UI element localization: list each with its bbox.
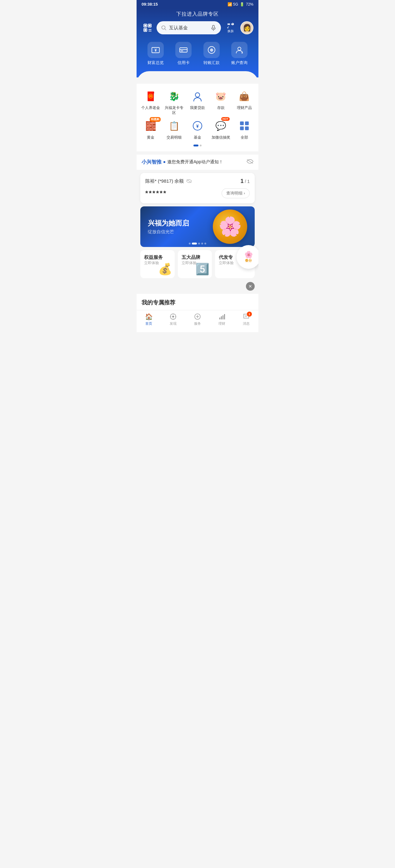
svg-rect-12: [213, 25, 215, 28]
nav-services[interactable]: 服务: [194, 313, 201, 326]
finance-icon: [218, 313, 226, 320]
service-card-payroll[interactable]: 代发专 立即体验 🌸 春分: [215, 250, 255, 278]
account-name: 陈裕* (*9817) 余额: [145, 178, 192, 184]
nav-item-wealth[interactable]: ¥ 财富总览: [147, 42, 164, 66]
nav-message[interactable]: 1 消息: [243, 313, 250, 326]
grid-item-wechat[interactable]: 💬 HOT 加微信抽奖: [210, 118, 231, 140]
grid-item-transaction[interactable]: 📋 交易明细: [164, 118, 185, 140]
microphone-icon[interactable]: [210, 25, 217, 31]
close-float-button[interactable]: ✕: [246, 282, 255, 291]
gold-icon: 🧱 特惠购: [143, 118, 158, 133]
nav-item-credit[interactable]: 信用卡: [175, 42, 192, 66]
grid-item-pension[interactable]: 🧧 个人养老金: [140, 89, 161, 115]
transaction-label: 交易明细: [167, 135, 181, 140]
loan-label: 我要贷款: [190, 105, 205, 111]
nav-home-label: 首页: [145, 321, 152, 326]
spring-float-button[interactable]: 🌸 春分: [236, 245, 258, 269]
search-bar[interactable]: 互认基金: [157, 21, 221, 34]
service-card-brands[interactable]: 五大品牌 立即体验 5️⃣: [178, 250, 212, 278]
svg-line-11: [165, 29, 166, 30]
header: 下拉进入品牌专区 互认基金: [137, 8, 258, 78]
grid-item-deposit[interactable]: 🐷 存款: [210, 89, 231, 115]
svg-rect-27: [245, 121, 249, 125]
hide-icon[interactable]: [247, 159, 253, 165]
grid-item-xingfu[interactable]: 🐉 兴福龙卡专区: [164, 89, 185, 115]
svg-rect-3: [149, 29, 150, 30]
skin-icon: [227, 22, 234, 28]
content-area: 🧧 个人养老金 🐉 兴福龙卡专区 我要贷款 🐷 存款: [137, 84, 258, 332]
wechat-badge: HOT: [221, 117, 230, 121]
search-input-text[interactable]: 互认基金: [169, 25, 208, 31]
nav-discover[interactable]: 发现: [169, 313, 177, 326]
account-hide-icon[interactable]: [186, 179, 192, 183]
promo-banner[interactable]: 兴福为她而启 绽放自信光芒 🌸: [140, 206, 255, 247]
banner-dot-2: [192, 243, 197, 245]
status-time: 09:38:15: [142, 2, 158, 6]
search-icon: [161, 25, 167, 31]
credit-label: 信用卡: [177, 60, 190, 66]
svg-rect-5: [149, 31, 150, 32]
grid-item-loan[interactable]: 我要贷款: [187, 89, 208, 115]
account-balance: ******: [145, 189, 167, 197]
service-card-benefits[interactable]: 权益服务 立即体验 💰: [140, 250, 175, 278]
gold-label: 黄金: [147, 135, 154, 140]
svg-point-33: [172, 316, 174, 317]
services-icon: [194, 313, 201, 320]
svg-rect-26: [240, 121, 244, 125]
brands-icon: 5️⃣: [195, 262, 209, 276]
discover-icon: [169, 313, 177, 320]
banner-dot-4: [201, 243, 203, 245]
avatar[interactable]: 👩: [240, 21, 253, 34]
nav-finance[interactable]: 理财: [218, 313, 226, 326]
svg-rect-9: [144, 29, 146, 31]
banner-title: 兴福为她而启: [148, 219, 189, 228]
grid-row-2: 🧱 特惠购 黄金 📋 交易明细 ¥ 基金: [139, 118, 256, 140]
nav-message-label: 消息: [243, 321, 250, 326]
banner-subtitle: 绽放自信光芒: [148, 229, 189, 235]
banner-dot-5: [204, 243, 206, 245]
svg-text:¥: ¥: [196, 124, 199, 129]
nav-finance-label: 理财: [219, 321, 225, 326]
home-icon: 🏠: [145, 313, 152, 320]
wealth-label: 财富总览: [147, 60, 164, 66]
dot-1: [193, 145, 198, 147]
svg-text:⊕: ⊕: [210, 48, 214, 53]
svg-rect-29: [245, 126, 249, 130]
service-cards-row: 权益服务 立即体验 💰 五大品牌 立即体验 5️⃣ 代发专 立即体验 🌸 春分: [140, 250, 255, 278]
query-detail-button[interactable]: 查询明细 ›: [222, 188, 250, 198]
fund-label: 基金: [194, 135, 201, 140]
battery-level: 72%: [246, 2, 253, 6]
nav-item-transfer[interactable]: ⊕ 转账汇款: [203, 42, 220, 66]
nav-item-account[interactable]: ¥ 账户查询: [231, 42, 248, 66]
wealth-product-label: 理财产品: [237, 105, 252, 111]
pension-label: 个人养老金: [141, 105, 160, 111]
svg-point-21: [238, 47, 241, 50]
scan-icon[interactable]: [142, 22, 153, 34]
message-badge: 1: [247, 312, 252, 317]
skin-change-button[interactable]: 换肤: [224, 21, 237, 34]
smart-push-separator-dot: [164, 161, 165, 163]
grid-item-wealth-product[interactable]: 👜 理财产品: [234, 89, 255, 115]
wechat-label: 加微信抽奖: [211, 135, 230, 140]
account-card: 陈裕* (*9817) 余额 1 / 1 ****** 查询明细 ›: [140, 173, 255, 203]
grid-item-fund[interactable]: ¥ 基金: [187, 118, 208, 140]
loan-icon: [190, 89, 205, 104]
xingfu-icon: 🐉: [167, 89, 181, 104]
banner-pagination-dots: [189, 243, 206, 245]
gold-badge: 特惠购: [150, 117, 161, 122]
svg-rect-18: [180, 51, 183, 51]
smart-push-banner[interactable]: 小兴智推 邀您免费开通App动户通知！: [137, 155, 258, 170]
nav-discover-label: 发现: [170, 321, 176, 326]
svg-rect-42: [221, 316, 222, 319]
bottom-nav: 🏠 首页 发现: [137, 310, 258, 332]
nav-home[interactable]: 🏠 首页: [145, 313, 152, 326]
xingfu-label: 兴福龙卡专区: [164, 105, 185, 115]
grid-item-gold[interactable]: 🧱 特惠购 黄金: [140, 118, 161, 140]
svg-text:¥: ¥: [154, 48, 157, 53]
svg-rect-43: [223, 315, 223, 319]
all-label: 全部: [241, 135, 248, 140]
svg-rect-44: [224, 314, 225, 319]
grid-item-all[interactable]: 全部: [234, 118, 255, 140]
wechat-icon: 💬 HOT: [214, 118, 228, 133]
svg-text:¥: ¥: [241, 52, 243, 54]
